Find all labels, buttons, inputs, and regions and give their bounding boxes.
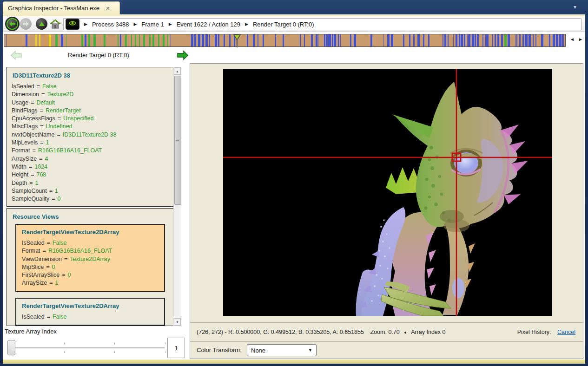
slider-tick: [64, 342, 65, 344]
nvidia-logo-button[interactable]: [66, 19, 79, 30]
resource-view-title: RenderTargetViewTexture2DArray: [22, 302, 159, 309]
timeline-scroll-left-button[interactable]: ◄: [570, 37, 575, 42]
timeline-stripe: [39, 34, 40, 46]
arrow-left-icon: [9, 21, 15, 26]
tab-graphics-inspector[interactable]: Graphics Inspector - TessMan.exe ×: [3, 1, 120, 14]
timeline-stripe: [443, 34, 443, 46]
timeline-stripe: [324, 34, 325, 46]
timeline-stripe: [224, 34, 225, 46]
property-row: Format=R16G16B16A16_FLOAT: [12, 147, 169, 155]
timeline-stripe: [391, 34, 393, 46]
property-row: MiscFlags=Undefined: [12, 123, 169, 131]
timeline-stripe: [453, 34, 454, 46]
timeline-stripe: [194, 34, 196, 46]
scrollbar-grip: [176, 138, 179, 142]
texture-array-index-slider[interactable]: [7, 347, 165, 349]
timeline-stripe: [383, 34, 384, 46]
timeline-stripe: [45, 34, 46, 46]
timeline-stripe: [55, 34, 58, 46]
timeline-stripe: [61, 34, 63, 46]
pixel-history-cancel-link[interactable]: Cancel: [557, 329, 575, 335]
next-target-button[interactable]: [177, 49, 189, 63]
timeline-scroll-right-button[interactable]: ►: [578, 37, 583, 42]
timeline-stripe: [152, 34, 154, 46]
timeline-stripe: [444, 34, 446, 46]
property-row: MipLevels=1: [12, 139, 169, 147]
timeline-stripe: [93, 34, 96, 46]
timeline-stripe: [275, 34, 277, 46]
property-row: IsSealed=False: [12, 83, 169, 91]
timeline-stripe: [350, 34, 351, 46]
timeline-stripe: [522, 34, 524, 46]
timeline-stripe: [413, 34, 415, 46]
timeline-stripe: [311, 34, 313, 46]
breadcrumb-separator-icon: ▶: [133, 22, 137, 26]
arrow-right-icon: [23, 21, 29, 26]
timeline-scrubber[interactable]: [4, 34, 566, 47]
timeline-stripe: [354, 34, 356, 46]
viewer-status-bar: (726, 272) - R: 0.500000, G: 0.499512, B…: [190, 323, 583, 341]
texture-array-index-value[interactable]: [167, 338, 185, 358]
main-area: ID3D11Texture2D 38 IsSealed=FalseDimensi…: [3, 63, 585, 359]
timeline-stripe: [553, 34, 555, 46]
timeline-stripe: [428, 34, 429, 46]
slider-tick: [14, 342, 14, 344]
scrollbar-down-icon[interactable]: ▼: [174, 318, 181, 326]
timeline-stripe: [482, 34, 483, 46]
home-button[interactable]: [49, 18, 61, 30]
timeline-stripe: [340, 34, 341, 46]
property-row: IsSealed=False: [22, 313, 159, 321]
breadcrumb-separator-icon: ▶: [169, 22, 172, 26]
breadcrumb-item-frame[interactable]: Frame 1: [141, 21, 164, 28]
timeline-stripe: [332, 34, 333, 46]
pixel-history-label: Pixel History:: [517, 329, 551, 335]
resource-view-card[interactable]: RenderTargetViewTexture2DArrayIsSealed=F…: [15, 298, 165, 326]
bullet-icon: ●: [404, 330, 406, 335]
resource-views-list: RenderTargetViewTexture2DArrayIsSealed=F…: [12, 224, 169, 326]
nvidia-eye-icon: [68, 20, 77, 28]
timeline-stripe: [26, 34, 27, 46]
render-target-nav-row: Render Target 0 (RT:0): [3, 48, 585, 63]
scrollbar-up-icon[interactable]: ▲: [174, 67, 181, 75]
timeline-stripe: [253, 34, 255, 46]
tab-close-icon[interactable]: ×: [106, 5, 110, 12]
timeline-stripe: [125, 34, 126, 46]
dropdown-arrow-icon: ▼: [308, 348, 312, 353]
breadcrumb-item-process[interactable]: Process 3488: [92, 21, 129, 28]
chevron-down-icon[interactable]: ▾: [574, 4, 576, 10]
timeline-stripe: [448, 34, 449, 46]
breadcrumb-item-render-target[interactable]: Render Target 0 (RT:0): [253, 21, 314, 28]
timeline-stripe: [131, 34, 132, 46]
slider-tick: [165, 342, 165, 344]
timeline-stripes: [4, 34, 565, 46]
timeline-stripe: [417, 34, 420, 46]
previous-target-button[interactable]: [10, 49, 22, 63]
timeline-stripe: [556, 34, 558, 46]
timeline-stripe: [49, 34, 51, 46]
timeline-stripe: [495, 34, 496, 46]
timeline-marker[interactable]: [233, 34, 241, 40]
timeline-stripe: [81, 34, 83, 46]
forward-button[interactable]: [20, 18, 32, 30]
slider-tick: [114, 342, 115, 344]
timeline-stripe: [66, 34, 67, 46]
timeline-stripe: [464, 34, 465, 46]
resource-view-card[interactable]: RenderTargetViewTexture2DArrayIsSealed=F…: [15, 224, 165, 292]
left-pane-scrollbar[interactable]: ▲ ▼: [173, 67, 181, 326]
timeline-stripe: [456, 34, 457, 46]
timeline-stripe: [508, 34, 509, 46]
timeline-stripe: [215, 34, 217, 46]
pixel-value-text: (726, 272) - R: 0.500000, G: 0.499512, B…: [197, 329, 364, 335]
breadcrumb-item-event[interactable]: Event 1622 / Action 129: [177, 21, 240, 28]
timeline-stripe: [209, 34, 210, 46]
back-button[interactable]: [7, 18, 18, 30]
color-transform-dropdown[interactable]: None ▼: [247, 344, 317, 356]
up-button[interactable]: [36, 18, 47, 30]
timeline-stripe: [549, 34, 550, 46]
render-target-canvas[interactable]: [223, 69, 552, 316]
timeline-stripe: [149, 34, 151, 46]
texture-properties-panel: ID3D11Texture2D 38 IsSealed=FalseDimensi…: [7, 67, 174, 207]
slider-tick: [114, 351, 115, 353]
scrollbar-thumb[interactable]: [174, 76, 181, 205]
property-row: MipSlice=0: [22, 263, 159, 271]
